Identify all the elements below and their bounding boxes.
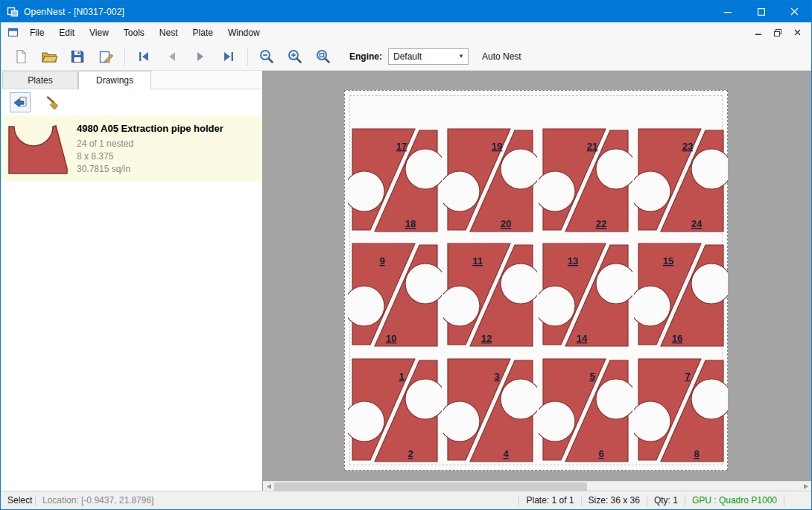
nav-next-icon [194,50,207,63]
status-plate: Plate: 1 of 1 [519,495,580,506]
part-number-7: 7 [685,371,690,382]
mdi-window-controls [750,25,811,40]
status-qty: Qty: 1 [647,495,685,506]
part-number-22: 22 [596,218,606,229]
zoom-out-button[interactable] [253,45,281,68]
part-number-24: 24 [691,218,702,229]
tab-plates[interactable]: Plates [2,71,78,89]
nav-last-button[interactable] [215,45,243,68]
titlebar: OpenNest - [N0317-002] [1,1,811,22]
drawing-list-empty-area [1,181,262,491]
nav-prev-icon [165,50,179,63]
part-pair-1-2[interactable]: 12 [348,356,442,465]
menu-window[interactable]: Window [221,22,267,42]
part-pair-21-22[interactable]: 2122 [539,126,632,235]
menu-plate[interactable]: Plate [185,22,221,42]
engine-select[interactable]: Default ▼ [388,48,469,65]
mdi-minimize-icon [755,29,762,36]
menu-nest[interactable]: Nest [152,22,185,42]
status-mode: Select [1,495,35,506]
zoom-extents-button[interactable] [309,45,337,68]
maximize-button[interactable] [744,1,778,22]
close-icon [790,7,799,16]
nav-first-icon [137,50,150,63]
part-number-3: 3 [494,371,499,382]
zoom-in-button[interactable] [281,45,309,68]
import-drawing-button[interactable] [10,92,31,112]
nav-last-icon [222,50,235,63]
part-number-1: 1 [399,371,404,382]
open-button[interactable] [35,45,63,68]
zoom-in-icon [287,48,303,65]
horizontal-scroll-thumb[interactable] [274,482,587,491]
part-pair-13-14[interactable]: 1314 [539,240,632,349]
part-number-5: 5 [589,371,594,382]
scroll-left-arrow-icon[interactable] [263,482,274,491]
mdi-minimize-button[interactable] [750,25,767,40]
plate[interactable]: 171819202122232491011121314151612345678 [344,90,728,471]
part-pair-23-24[interactable]: 2324 [634,126,728,235]
nav-prev-button[interactable] [158,45,186,68]
part-pair-3-4[interactable]: 34 [443,356,537,465]
drawing-list-item[interactable]: 4980 A05 Extraction pipe holder 24 of 1 … [1,115,262,181]
engine-selected-value: Default [393,51,422,62]
part-pair-17-18[interactable]: 1718 [348,126,442,235]
auto-nest-button[interactable]: Auto Nest [482,51,521,62]
chevron-down-icon[interactable]: ▼ [458,53,468,60]
part-pair-7-8[interactable]: 78 [634,356,728,465]
toolbar-separator [247,48,248,66]
tab-drawings[interactable]: Drawings [78,71,151,89]
part-number-10: 10 [386,333,396,344]
minimize-icon [724,8,732,16]
engine-label: Engine: [349,51,382,62]
part-number-17: 17 [396,141,407,152]
new-file-button[interactable] [7,45,35,68]
part-pair-19-20[interactable]: 1920 [443,126,537,235]
part-pair-11-12[interactable]: 1112 [443,240,537,349]
menu-view[interactable]: View [82,22,116,42]
save-edit-button[interactable] [92,45,120,68]
drawing-item-area: 30.7815 sq/in [77,163,223,176]
part-number-2: 2 [407,448,413,459]
menu-edit[interactable]: Edit [51,22,82,42]
drawings-panel-toolbar [1,89,262,115]
close-button[interactable] [778,1,811,22]
mdi-close-icon [794,29,801,36]
minimize-button[interactable] [711,1,744,22]
status-gpu: GPU : Quadro P1000 [685,495,784,506]
zoom-out-icon [258,48,275,65]
new-file-icon [13,49,28,64]
save-icon [70,49,85,64]
mdi-restore-button[interactable] [770,25,786,40]
menubar: File Edit View Tools Nest Plate Window [1,22,811,42]
part-number-13: 13 [568,255,578,267]
status-separator [784,495,784,506]
part-number-4: 4 [503,448,509,459]
save-edit-icon [98,49,114,64]
main-toolbar: Engine: Default ▼ Auto Nest [1,42,811,71]
status-location: Location: [-0.9437, 21.8796] [36,495,160,506]
part-number-14: 14 [577,333,588,344]
drawing-item-text: 4980 A05 Extraction pipe holder 24 of 1 … [77,121,223,176]
menu-file[interactable]: File [22,22,51,42]
mdi-close-button[interactable] [789,25,805,40]
part-pair-9-10[interactable]: 910 [348,240,442,349]
part-pair-15-16[interactable]: 1516 [634,240,728,349]
nav-next-button[interactable] [186,45,215,68]
nesting-canvas[interactable]: 171819202122232491011121314151612345678 [263,71,811,491]
status-size: Size: 36 x 36 [582,495,647,506]
horizontal-scrollbar[interactable] [263,481,811,491]
nav-first-button[interactable] [130,45,158,68]
drawing-item-title: 4980 A05 Extraction pipe holder [77,123,223,134]
save-button[interactable] [63,45,92,68]
scroll-right-arrow-icon[interactable] [800,482,811,491]
clean-button[interactable] [42,92,63,112]
part-number-12: 12 [481,333,492,344]
part-pair-5-6[interactable]: 56 [539,356,632,465]
part-number-18: 18 [405,218,416,229]
sidebar: Plates Drawings [1,71,263,491]
statusbar: Select Location: [-0.9437, 21.8796] Plat… [1,491,811,509]
mdi-restore-icon [774,29,781,36]
part-number-11: 11 [472,255,483,267]
menu-tools[interactable]: Tools [116,22,152,42]
